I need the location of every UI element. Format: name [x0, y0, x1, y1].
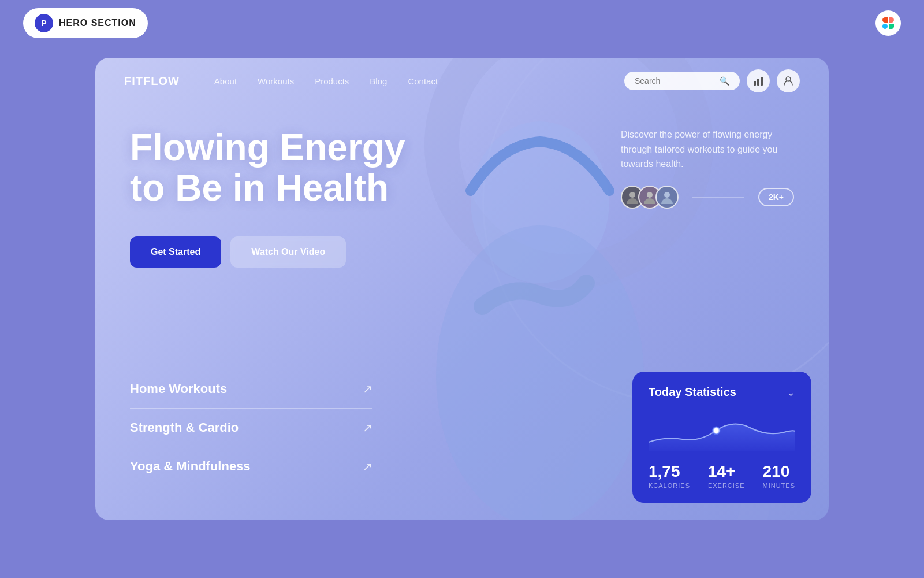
- navbar: FITFLOW About Workouts Products Blog Con…: [95, 58, 829, 104]
- arrow-icon-2: ↗: [363, 460, 372, 473]
- right-panel: Discover the power of flowing energy thr…: [621, 127, 794, 209]
- exercise-label: EXERCISE: [708, 482, 745, 489]
- hero-title: Flowing Energy to Be in Health: [130, 127, 405, 209]
- stat-minutes: 210 MINUTES: [762, 462, 795, 489]
- figma-icon[interactable]: [875, 10, 901, 36]
- hero-badge: P HERO SECTION: [23, 8, 148, 38]
- nav-right: 🔍: [624, 69, 800, 92]
- brand-name: FITFLOW: [124, 75, 180, 88]
- nav-blog[interactable]: Blog: [370, 76, 387, 86]
- nav-links: About Workouts Products Blog Contact: [214, 76, 601, 86]
- stat-exercise: 14+ EXERCISE: [708, 462, 745, 489]
- svg-rect-4: [761, 77, 763, 86]
- stats-title: Today Statistics: [649, 386, 736, 399]
- nav-workouts[interactable]: Workouts: [258, 76, 294, 86]
- stat-kcalories: 1,75 KCALORIES: [649, 462, 690, 489]
- hero-description: Discover the power of flowing energy thr…: [621, 127, 794, 172]
- chart-area: [649, 410, 795, 451]
- arrow-icon-1: ↗: [363, 421, 372, 435]
- svg-point-1: [436, 225, 644, 520]
- workout-name-0: Home Workouts: [130, 381, 227, 397]
- avatar-3: [655, 186, 679, 209]
- badge-label: HERO SECTION: [59, 18, 136, 28]
- svg-point-6: [629, 192, 635, 198]
- svg-point-8: [664, 192, 670, 198]
- workout-name-2: Yoga & Mindfulness: [130, 459, 251, 474]
- stats-card: Today Statistics ⌄ 1,75: [632, 372, 811, 503]
- stats-numbers: 1,75 KCALORIES 14+ EXERCISE 210 MINUTES: [649, 462, 795, 489]
- nav-products[interactable]: Products: [315, 76, 349, 86]
- chevron-down-icon[interactable]: ⌄: [787, 386, 795, 399]
- nav-contact[interactable]: Contact: [408, 76, 438, 86]
- users-count-badge: 2K+: [758, 188, 794, 206]
- workout-item-0[interactable]: Home Workouts ↗: [130, 370, 372, 409]
- search-bar[interactable]: 🔍: [624, 72, 740, 90]
- workout-list: Home Workouts ↗ Strength & Cardio ↗ Yoga…: [130, 370, 372, 486]
- hero-buttons: Get Started Watch Our Video: [130, 236, 405, 268]
- minutes-label: MINUTES: [762, 482, 795, 489]
- avatars: [621, 186, 679, 209]
- workout-item-1[interactable]: Strength & Cardio ↗: [130, 409, 372, 447]
- watch-video-button[interactable]: Watch Our Video: [230, 236, 346, 268]
- exercise-value: 14+: [708, 462, 745, 481]
- search-icon: 🔍: [720, 76, 729, 86]
- users-row: 2K+: [621, 186, 794, 209]
- user-icon-button[interactable]: [777, 69, 800, 92]
- minutes-value: 210: [762, 462, 795, 481]
- svg-rect-3: [757, 79, 759, 86]
- svg-rect-2: [754, 81, 756, 86]
- svg-point-7: [647, 192, 653, 198]
- workout-name-1: Strength & Cardio: [130, 420, 239, 435]
- kcalories-value: 1,75: [649, 462, 690, 481]
- stats-icon-button[interactable]: [747, 69, 770, 92]
- hero-content: Flowing Energy to Be in Health Get Start…: [130, 127, 405, 268]
- svg-point-9: [713, 427, 720, 434]
- get-started-button[interactable]: Get Started: [130, 236, 221, 268]
- kcalories-label: KCALORIES: [649, 482, 690, 489]
- badge-icon: P: [35, 14, 53, 32]
- nav-about[interactable]: About: [214, 76, 237, 86]
- search-input[interactable]: [635, 76, 715, 86]
- main-card: FITFLOW About Workouts Products Blog Con…: [95, 58, 829, 520]
- stats-header: Today Statistics ⌄: [649, 386, 795, 399]
- arrow-icon-0: ↗: [363, 382, 372, 396]
- workout-item-2[interactable]: Yoga & Mindfulness ↗: [130, 447, 372, 486]
